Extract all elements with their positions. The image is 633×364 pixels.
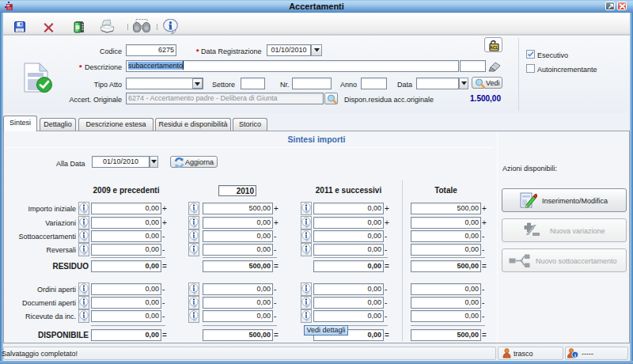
- svg-text:ACL: ACL: [490, 45, 498, 50]
- svg-text:i: i: [574, 352, 576, 358]
